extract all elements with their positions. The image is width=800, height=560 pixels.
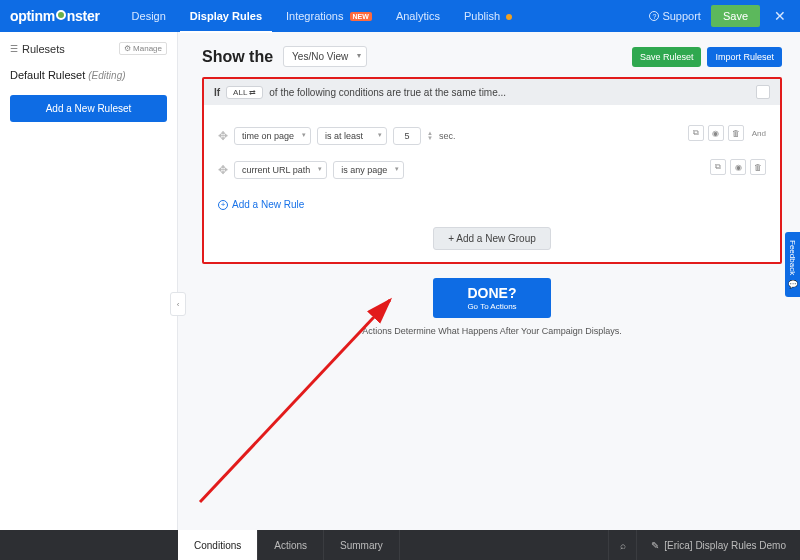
list-icon: ☰ (10, 44, 18, 54)
rule-row: ✥ time on page is at least 5 ▲▼ sec. ⧉ ◉… (218, 123, 766, 149)
support-label: Support (662, 10, 701, 22)
nav-integrations-label: Integrations (286, 10, 343, 22)
feedback-tab[interactable]: Feedback 💬 (785, 232, 800, 297)
rule-row-actions: ⧉ ◉ 🗑 And (688, 125, 766, 141)
pencil-icon: ✎ (651, 540, 659, 551)
add-rule-label: Add a New Rule (232, 199, 304, 210)
rule-field-select[interactable]: time on page (234, 127, 311, 145)
view-select[interactable]: Yes/No View (283, 46, 367, 67)
drag-handle-icon[interactable]: ✥ (218, 129, 228, 143)
rule-op-select[interactable]: is any page (333, 161, 404, 179)
bottom-right: ⌕ ✎ [Erica] Display Rules Demo (608, 530, 800, 560)
brand-logo: optinm nster (10, 8, 100, 24)
value-stepper[interactable]: ▲▼ (427, 131, 433, 141)
nav-integrations[interactable]: Integrations NEW (276, 0, 382, 32)
support-icon: ? (649, 11, 659, 21)
brand-prefix: optinm (10, 8, 55, 24)
add-group-button[interactable]: + Add a New Group (433, 227, 551, 250)
rule-value-input[interactable]: 5 (393, 127, 421, 145)
sidebar-title-label: Rulesets (22, 43, 65, 55)
header-actions: Save Ruleset Import Ruleset (632, 47, 782, 67)
all-any-toggle[interactable]: ALL ⇄ (226, 86, 263, 99)
done-label: DONE? (467, 285, 516, 302)
ruleset-item[interactable]: Default Ruleset (Editing) (10, 69, 167, 81)
show-the-label: Show the (202, 48, 273, 66)
if-label: If (214, 87, 220, 98)
publish-dot-icon (506, 14, 512, 20)
preview-rule-button[interactable]: ◉ (708, 125, 724, 141)
close-button[interactable]: ✕ (770, 8, 790, 24)
nav-display-rules[interactable]: Display Rules (180, 0, 272, 32)
done-button[interactable]: DONE? Go To Actions (433, 278, 550, 318)
feedback-label: Feedback (788, 240, 797, 275)
group-header: If ALL ⇄ of the following conditions are… (204, 79, 780, 105)
bottom-bar: Conditions Actions Summary ⌕ ✎ [Erica] D… (0, 530, 800, 560)
nav-publish[interactable]: Publish (454, 0, 522, 32)
top-nav: Design Display Rules Integrations NEW An… (122, 0, 522, 32)
drag-handle-icon[interactable]: ✥ (218, 163, 228, 177)
add-ruleset-button[interactable]: Add a New Ruleset (10, 95, 167, 122)
bottom-search-button[interactable]: ⌕ (608, 530, 636, 560)
nav-publish-label: Publish (464, 10, 500, 22)
rule-op-select[interactable]: is at least (317, 127, 387, 145)
copy-rule-button[interactable]: ⧉ (710, 159, 726, 175)
and-label: And (752, 129, 766, 138)
condition-text: of the following conditions are true at … (269, 87, 506, 98)
brand-suffix: nster (67, 8, 100, 24)
brand-eye-icon (56, 10, 66, 20)
ruleset-label: Default Ruleset (10, 69, 85, 81)
campaign-name: [Erica] Display Rules Demo (664, 540, 786, 551)
feedback-icon: 💬 (788, 279, 797, 289)
add-rule-button[interactable]: + Add a New Rule (218, 199, 304, 210)
add-group-row: + Add a New Group (218, 227, 766, 250)
bottom-tab-summary[interactable]: Summary (324, 530, 400, 560)
support-link[interactable]: ? Support (649, 10, 701, 22)
done-section: DONE? Go To Actions Actions Determine Wh… (202, 278, 782, 336)
sidebar: ☰ Rulesets ⚙ Manage Default Ruleset (Edi… (0, 32, 178, 530)
bottom-tab-conditions[interactable]: Conditions (178, 530, 258, 560)
preview-rule-button[interactable]: ◉ (730, 159, 746, 175)
sidebar-header: ☰ Rulesets ⚙ Manage (10, 42, 167, 55)
delete-rule-button[interactable]: 🗑 (750, 159, 766, 175)
nav-design[interactable]: Design (122, 0, 176, 32)
help-text: Actions Determine What Happens After You… (202, 326, 782, 336)
bottom-tab-actions[interactable]: Actions (258, 530, 324, 560)
save-ruleset-button[interactable]: Save Ruleset (632, 47, 702, 67)
main-header: Show the Yes/No View Save Ruleset Import… (202, 46, 782, 67)
new-badge: NEW (350, 12, 372, 21)
nav-analytics[interactable]: Analytics (386, 0, 450, 32)
body-layout: ☰ Rulesets ⚙ Manage Default Ruleset (Edi… (0, 32, 800, 530)
bottom-spacer (0, 530, 178, 560)
copy-rule-button[interactable]: ⧉ (688, 125, 704, 141)
delete-rule-button[interactable]: 🗑 (728, 125, 744, 141)
rule-unit: sec. (439, 131, 456, 141)
top-bar: optinm nster Design Display Rules Integr… (0, 0, 800, 32)
save-button[interactable]: Save (711, 5, 760, 27)
sidebar-title: ☰ Rulesets (10, 43, 65, 55)
top-right-actions: ? Support Save ✕ (649, 5, 790, 27)
main-panel: Show the Yes/No View Save Ruleset Import… (178, 32, 800, 530)
rules-group-highlighted: If ALL ⇄ of the following conditions are… (202, 77, 782, 264)
campaign-crumb[interactable]: ✎ [Erica] Display Rules Demo (636, 530, 800, 560)
manage-button[interactable]: ⚙ Manage (119, 42, 167, 55)
done-sublabel: Go To Actions (467, 302, 516, 312)
rules-body: ✥ time on page is at least 5 ▲▼ sec. ⧉ ◉… (204, 105, 780, 262)
rule-field-select[interactable]: current URL path (234, 161, 327, 179)
editing-badge: (Editing) (88, 70, 125, 81)
import-ruleset-button[interactable]: Import Ruleset (707, 47, 782, 67)
plus-icon: + (218, 200, 228, 210)
rule-row-actions: ⧉ ◉ 🗑 (710, 159, 766, 175)
rule-row: ✥ current URL path is any page ⧉ ◉ 🗑 (218, 157, 766, 183)
group-duplicate-button[interactable] (756, 85, 770, 99)
